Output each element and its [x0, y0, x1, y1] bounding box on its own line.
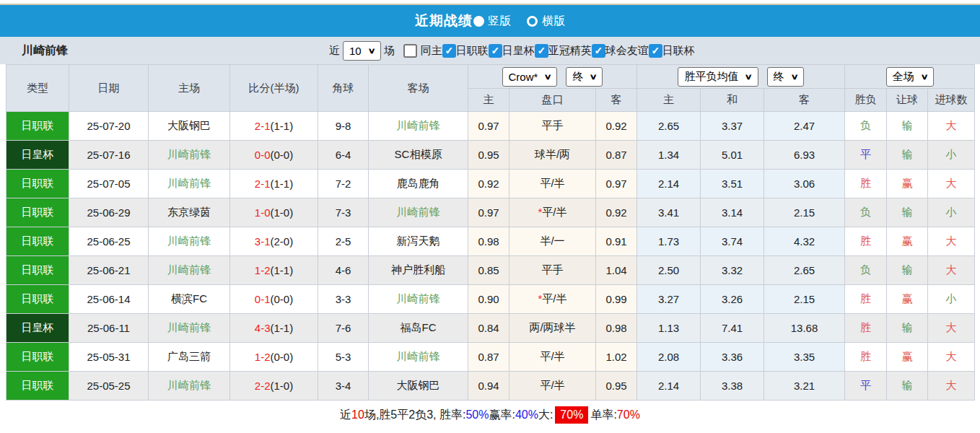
home-team[interactable]: 东京绿茵 [149, 198, 230, 227]
result-wdl: 胜 [845, 170, 887, 198]
result-let: 赢 [887, 343, 928, 372]
avg-odds-draw: 7.41 [701, 314, 764, 343]
checkbox-checked-icon[interactable]: ✓ [649, 44, 662, 58]
radio-horizontal-unselected[interactable] [527, 16, 538, 27]
away-team[interactable]: 新泻天鹅 [369, 227, 468, 256]
home-team[interactable]: 大阪钢巴 [149, 112, 230, 141]
home-team[interactable]: 川崎前锋 [149, 141, 230, 170]
checkbox-checked-icon[interactable]: ✓ [442, 44, 456, 58]
odds-time-value: 终 [774, 70, 784, 84]
home-team[interactable]: 川崎前锋 [149, 314, 230, 343]
match-date: 25-06-14 [69, 285, 149, 314]
away-team[interactable]: 福岛FC [369, 314, 468, 343]
checkbox-unchecked-icon[interactable] [403, 44, 417, 58]
avg-odds-draw: 3.26 [701, 285, 764, 314]
result-goals: 大 [928, 170, 975, 198]
away-team[interactable]: 川崎前锋 [369, 198, 468, 227]
let-odds-away: 0.92 [596, 198, 637, 227]
match-date: 25-07-05 [69, 170, 149, 198]
filter-checkbox-label[interactable]: 日联杯 [662, 44, 695, 58]
avg-odds-home: 1.34 [637, 141, 701, 170]
away-team[interactable]: 川崎前锋 [369, 285, 468, 314]
filter-checkbox-label[interactable]: 日职联 [456, 44, 489, 58]
scope-select[interactable]: 全场 ∨ [886, 67, 934, 87]
radio-horizontal-label[interactable]: 横版 [542, 14, 565, 29]
handicap-line: *平/半 [509, 198, 596, 227]
odds-type-select[interactable]: 胜平负均值 ∨ [678, 67, 758, 87]
filter-checkbox-label[interactable]: 亚冠精英 [548, 44, 592, 58]
away-team[interactable]: 鹿岛鹿角 [369, 170, 468, 198]
match-date: 25-07-16 [69, 141, 149, 170]
result-wdl: 平 [845, 141, 887, 170]
avg-odds-away: 2.65 [764, 256, 845, 285]
home-team[interactable]: 川崎前锋 [149, 170, 230, 198]
sub-header-avg-away: 客 [764, 89, 845, 112]
home-team[interactable]: 横滨FC [149, 285, 230, 314]
summary-segment: 单率: [590, 408, 616, 423]
odds-time-select[interactable]: 终 ∨ [767, 67, 804, 87]
away-team[interactable]: 川崎前锋 [369, 112, 468, 141]
summary-line: 近10场,胜5平2负3, 胜率:50% 赢率:40% 大:70% 单率:70% [0, 401, 980, 429]
home-team[interactable]: 川崎前锋 [149, 256, 230, 285]
corner-count: 7-2 [318, 170, 369, 198]
odds-type-value: 胜平负均值 [684, 70, 738, 84]
handicap-line: 平/半 [509, 343, 596, 372]
match-row: 日职联25-06-21川崎前锋1-2(1-1)4-6神户胜利船0.85平手1.0… [6, 256, 975, 285]
match-count-select[interactable]: 10 ∨ [343, 41, 381, 61]
avg-odds-home: 1.13 [637, 314, 701, 343]
let-odds-away: 0.91 [596, 227, 637, 256]
radio-vertical-selected[interactable] [473, 16, 484, 27]
layout-radio-group: 竖版 横版 [473, 14, 565, 29]
away-team[interactable]: 神户胜利船 [369, 256, 468, 285]
avg-odds-away: 2.15 [764, 285, 845, 314]
home-team[interactable]: 川崎前锋 [149, 372, 230, 401]
recent-results-table: 类型 日期 主场 比分(半场) 角球 客场 Crow* ∨ 终 ∨ [6, 64, 975, 401]
result-let: 输 [887, 256, 928, 285]
home-team[interactable]: 广岛三箭 [149, 343, 230, 372]
filter-checkbox-label[interactable]: 日皇杯 [502, 44, 535, 58]
score-cell: 0-1(0-0) [230, 285, 318, 314]
competition-badge: 日职联 [6, 285, 69, 314]
score-cell: 3-1(2-0) [230, 227, 318, 256]
let-odds-away: 0.99 [596, 285, 637, 314]
corner-count: 6-4 [318, 141, 369, 170]
result-let: 输 [887, 314, 928, 343]
away-team[interactable]: 川崎前锋 [369, 343, 468, 372]
scope-select-value: 全场 [893, 70, 914, 84]
score-cell: 1-2(1-1) [230, 256, 318, 285]
filter-checkbox-label[interactable]: 球会友谊 [605, 44, 649, 58]
competition-checkbox-group: 同主✓日职联✓日皇杯✓亚冠精英✓球会友谊✓日联杯 [398, 44, 695, 58]
bookmaker-select[interactable]: Crow* ∨ [502, 67, 558, 87]
avg-odds-draw: 5.01 [701, 141, 764, 170]
checkbox-checked-icon[interactable]: ✓ [592, 44, 605, 58]
col-header-type: 类型 [6, 65, 69, 112]
handicap-time-select[interactable]: 终 ∨ [566, 67, 603, 87]
result-goals: 大 [928, 372, 975, 401]
filter-checkbox-label[interactable]: 同主 [421, 44, 442, 58]
let-odds-home: 0.87 [468, 343, 509, 372]
home-team[interactable]: 川崎前锋 [149, 227, 230, 256]
result-let: 赢 [887, 170, 928, 198]
checkbox-checked-icon[interactable]: ✓ [489, 44, 502, 58]
let-odds-away: 1.04 [596, 256, 637, 285]
checkbox-checked-icon[interactable]: ✓ [535, 44, 548, 58]
away-team[interactable]: 大阪钢巴 [369, 372, 468, 401]
let-odds-away: 0.87 [596, 141, 637, 170]
handicap-line: 球半/两 [509, 141, 596, 170]
result-group-header: 全场 ∨ [845, 65, 975, 89]
score-cell: 1-2(0-0) [230, 343, 318, 372]
summary-segment: 大: [538, 408, 553, 423]
handicap-line: 平手 [509, 112, 596, 141]
away-team[interactable]: SC相模原 [369, 141, 468, 170]
radio-vertical-label[interactable]: 竖版 [488, 14, 511, 29]
let-odds-away: 1.02 [596, 343, 637, 372]
result-wdl: 胜 [845, 343, 887, 372]
avg-odds-home: 2.08 [637, 343, 701, 372]
section-title: 近期战绩 [415, 12, 473, 30]
chevron-down-icon: ∨ [790, 72, 798, 82]
chevron-down-icon: ∨ [590, 72, 598, 82]
summary-segment: 赢率: [489, 408, 515, 423]
result-let: 赢 [887, 227, 928, 256]
avg-odds-away: 13.68 [764, 314, 845, 343]
section-title-bar: 近期战绩 竖版 横版 [0, 5, 980, 37]
